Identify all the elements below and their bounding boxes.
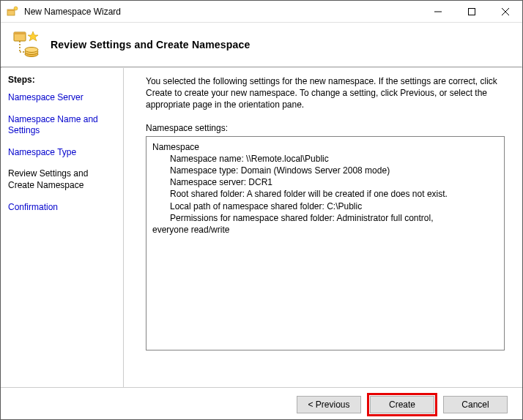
- settings-line-server: Namespace server: DCR1: [170, 176, 498, 188]
- description-text: You selected the following settings for …: [146, 75, 505, 111]
- minimize-button[interactable]: [421, 1, 455, 22]
- settings-heading: Namespace: [152, 141, 498, 153]
- create-button[interactable]: Create: [370, 396, 434, 413]
- svg-point-2: [14, 7, 18, 10]
- content-area: You selected the following settings for …: [124, 68, 522, 387]
- settings-line-perm1: Permissions for namespace shared folder:…: [170, 212, 498, 224]
- settings-label: Namespace settings:: [146, 123, 505, 133]
- cancel-button[interactable]: Cancel: [443, 396, 508, 413]
- step-namespace-server[interactable]: Namespace Server: [8, 92, 116, 104]
- wizard-header-icon: [11, 30, 40, 59]
- settings-line-name: Namespace name: \\Remote.local\Public: [170, 153, 498, 165]
- svg-rect-1: [7, 10, 15, 11]
- settings-textbox[interactable]: Namespace Namespace name: \\Remote.local…: [146, 136, 505, 350]
- settings-line-perm2: everyone read/write: [152, 224, 498, 236]
- page-title: Review Settings and Create Namespace: [51, 39, 251, 50]
- steps-sidebar: Steps: Namespace Server Namespace Name a…: [1, 68, 124, 387]
- svg-rect-8: [14, 32, 26, 34]
- settings-line-type: Namespace type: Domain (Windows Server 2…: [170, 165, 498, 176]
- window-title: New Namespace Wizard: [24, 7, 421, 17]
- svg-point-13: [25, 48, 38, 53]
- window-controls: [421, 1, 522, 22]
- step-review-settings[interactable]: Review Settings and Create Namespace: [8, 168, 116, 191]
- previous-button[interactable]: < Previous: [297, 396, 361, 413]
- close-button[interactable]: [489, 1, 522, 22]
- step-namespace-name-settings[interactable]: Namespace Name and Settings: [8, 114, 116, 137]
- steps-heading: Steps:: [8, 75, 116, 85]
- button-bar: < Previous Create Cancel: [1, 387, 522, 420]
- maximize-button[interactable]: [455, 1, 489, 22]
- step-confirmation[interactable]: Confirmation: [8, 202, 116, 214]
- settings-line-localpath: Local path of namespace shared folder: C…: [170, 200, 498, 212]
- wizard-header: Review Settings and Create Namespace: [1, 23, 522, 67]
- wizard-body: Steps: Namespace Server Namespace Name a…: [1, 68, 522, 387]
- settings-line-root: Root shared folder: A shared folder will…: [170, 188, 498, 200]
- titlebar: New Namespace Wizard: [1, 1, 522, 23]
- step-namespace-type[interactable]: Namespace Type: [8, 147, 116, 159]
- svg-rect-4: [469, 8, 475, 15]
- wizard-icon: [7, 6, 18, 18]
